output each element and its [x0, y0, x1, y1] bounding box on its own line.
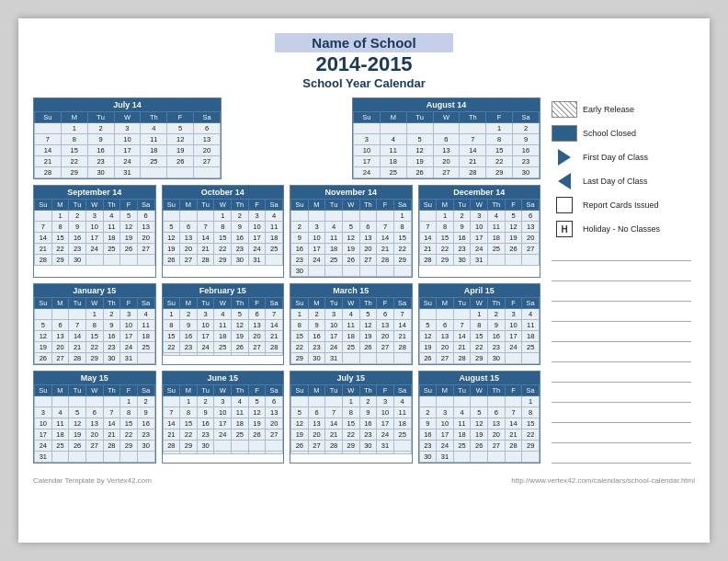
month-may15: May 15 SuMTuWThFSa 12 3456789 1011121314… [33, 371, 156, 464]
main-content: July 14 SuMTuWThFSa 123456 78910111213 1… [33, 97, 695, 471]
cal-row-2: September 14 SuMTuWThFSa 123456 78910111… [33, 185, 540, 278]
month-july14: July 14 SuMTuWThFSa 123456 78910111213 1… [33, 97, 222, 179]
legend-line-9 [552, 406, 691, 423]
early-release-symbol [552, 101, 577, 118]
month-jul15: July 15 SuMTuWThFSa 1234 567891011 12131… [290, 371, 413, 464]
month-aug14: August 14 SuMTuWThFSa 12 3456789 1011121… [352, 97, 540, 179]
legend-last-day: Last Day of Class [552, 173, 691, 189]
month-sep14: September 14 SuMTuWThFSa 123456 78910111… [33, 185, 156, 278]
first-day-symbol [558, 149, 571, 166]
header: Name of School 2014-2015 School Year Cal… [33, 33, 695, 90]
legend-line-1 [552, 245, 691, 261]
month-jan15: January 15 SuMTuWThFSa 1234 567891011 12… [33, 283, 156, 365]
last-day-label: Last Day of Class [583, 177, 648, 186]
first-day-label: First Day of Class [583, 153, 648, 162]
legend-line-7 [552, 366, 691, 383]
month-nov14: November 14 SuMTuWThFSa 1 2345678 910111… [290, 185, 413, 278]
page: Name of School 2014-2015 School Year Cal… [18, 18, 710, 543]
report-cards-label: Report Cards Issued [583, 200, 659, 210]
legend-line-6 [552, 346, 691, 362]
calendars-area: July 14 SuMTuWThFSa 123456 78910111213 1… [33, 97, 540, 471]
legend-line-3 [552, 285, 691, 302]
legend-report-cards: Report Cards Issued [552, 197, 691, 213]
month-jun15: June 15 SuMTuWThFSa 123456 78910111213 1… [162, 371, 285, 464]
spacer-header [227, 97, 347, 179]
month-aug15: August 15 SuMTuWThFSa 1 2345678 91011121… [418, 371, 541, 464]
month-dec14: December 14 SuMTuWThFSa 123456 789101112… [418, 185, 541, 278]
month-mar15: March 15 SuMTuWThFSa 1234567 89101112131… [290, 283, 413, 365]
early-release-label: Early Release [583, 105, 634, 114]
holiday-label: Holiday - No Classes [583, 224, 660, 234]
legend-holiday: H Holiday - No Classes [552, 221, 691, 237]
footer-right: http://www.vertex42.com/calendars/school… [511, 476, 695, 485]
subtitle: School Year Calendar [33, 76, 695, 90]
holiday-symbol: H [556, 221, 573, 237]
legend-early-release: Early Release [552, 101, 691, 118]
year: 2014-2015 [33, 52, 695, 76]
report-cards-symbol [556, 197, 573, 213]
legend-line-11 [552, 447, 691, 464]
month-apr15: April 15 SuMTuWThFSa 1234 567891011 1213… [418, 283, 541, 365]
cal-row-1: July 14 SuMTuWThFSa 123456 78910111213 1… [33, 97, 540, 179]
legend-line-2 [552, 265, 691, 281]
school-closed-symbol [552, 125, 577, 142]
legend-first-day: First Day of Class [552, 149, 691, 166]
legend-lines [552, 245, 691, 464]
legend-line-4 [552, 305, 691, 322]
month-feb15: February 15 SuMTuWThFSa 1234567 89101112… [162, 283, 285, 365]
legend-line-8 [552, 386, 691, 403]
legend-line-10 [552, 427, 691, 443]
footer-left: Calendar Template by Vertex42.com [33, 476, 152, 485]
legend-line-5 [552, 326, 691, 342]
footer: Calendar Template by Vertex42.com http:/… [33, 476, 695, 485]
legend-area: Early Release School Closed First Day of… [548, 97, 695, 471]
last-day-symbol [558, 173, 571, 189]
legend-school-closed: School Closed [552, 125, 691, 142]
cal-row-3: January 15 SuMTuWThFSa 1234 567891011 12… [33, 283, 540, 365]
cal-row-4: May 15 SuMTuWThFSa 12 3456789 1011121314… [33, 371, 540, 464]
month-oct14: October 14 SuMTuWThFSa 1234 567891011 12… [162, 185, 285, 278]
school-name: Name of School [275, 33, 452, 52]
school-closed-label: School Closed [583, 129, 636, 138]
